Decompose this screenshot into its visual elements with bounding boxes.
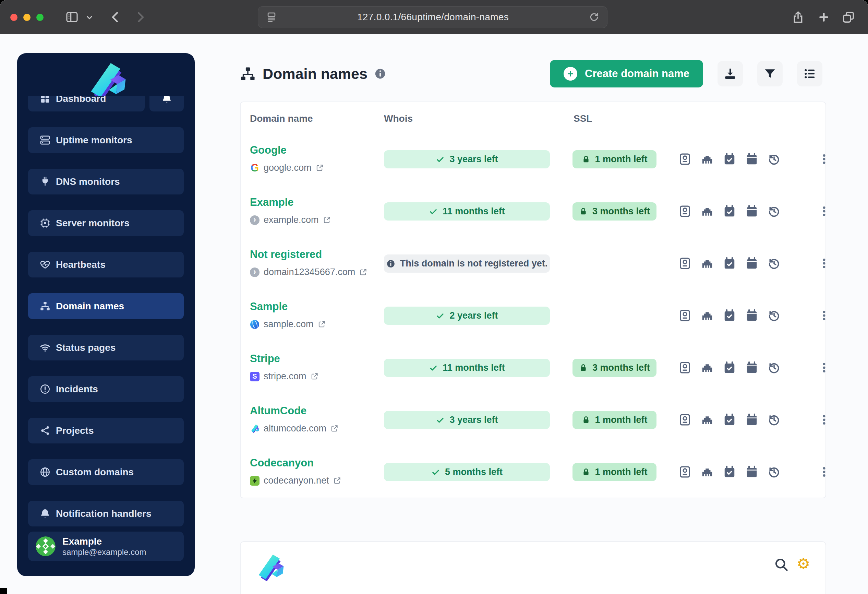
calendar-check-icon[interactable] <box>723 412 737 428</box>
calendar-icon[interactable] <box>745 412 759 428</box>
whois-passport-icon[interactable] <box>678 359 692 376</box>
ethernet-icon[interactable] <box>700 412 714 428</box>
external-link-icon[interactable] <box>331 425 338 433</box>
domain-link[interactable]: Google <box>250 144 286 157</box>
address-bar[interactable]: 127.0.0.1/66uptime/domain-names <box>258 6 607 28</box>
domain-link[interactable]: Example <box>250 196 294 208</box>
reader-icon[interactable] <box>266 11 278 23</box>
domain-link[interactable]: Codecanyon <box>250 457 314 469</box>
sidebar-toggle-icon[interactable] <box>65 10 79 24</box>
external-link-icon[interactable] <box>323 216 331 224</box>
back-button[interactable] <box>109 10 122 24</box>
external-link-icon[interactable] <box>318 320 326 328</box>
share-icon[interactable] <box>791 10 805 24</box>
list-view-button[interactable] <box>797 61 822 86</box>
external-link-icon[interactable] <box>333 477 341 485</box>
domain-link[interactable]: Stripe <box>250 353 280 365</box>
forward-button[interactable] <box>134 10 147 24</box>
whois-badge-text: 11 months left <box>443 206 505 217</box>
calendar-check-icon[interactable] <box>723 464 737 480</box>
kebab-menu-icon[interactable] <box>817 305 831 326</box>
row-actions <box>678 203 781 220</box>
whois-passport-icon[interactable] <box>678 255 692 272</box>
create-domain-name-button[interactable]: Create domain name <box>550 60 703 87</box>
sidebar-item-incidents[interactable]: Incidents <box>28 376 184 402</box>
sidebar-item-dns-monitors[interactable]: DNS monitors <box>28 169 184 195</box>
history-icon[interactable] <box>767 151 781 167</box>
sidebar-item-uptime-monitors[interactable]: Uptime monitors <box>28 127 184 153</box>
whois-passport-icon[interactable] <box>678 464 692 480</box>
kebab-menu-icon[interactable] <box>817 462 831 482</box>
export-download-button[interactable] <box>717 61 743 86</box>
sidebar-item-domain-names[interactable]: Domain names <box>28 293 184 319</box>
app-page: Dashboard Uptime monitors DNS monitors S… <box>0 34 868 594</box>
ethernet-icon[interactable] <box>700 255 714 272</box>
history-icon[interactable] <box>767 255 781 272</box>
kebab-menu-icon[interactable] <box>817 201 831 222</box>
domain-link[interactable]: Not registered <box>250 248 322 261</box>
calendar-icon[interactable] <box>745 151 759 167</box>
sidebar-item-heartbeats[interactable]: Heartbeats <box>28 252 184 278</box>
whois-passport-icon[interactable] <box>678 412 692 428</box>
ethernet-icon[interactable] <box>700 464 714 480</box>
calendar-check-icon[interactable] <box>723 255 737 272</box>
gear-icon[interactable]: ⚙ <box>797 554 810 573</box>
external-link-icon[interactable] <box>316 164 323 172</box>
sidebar-profile[interactable]: Example sample@example.com <box>28 532 184 561</box>
search-icon[interactable] <box>774 557 789 572</box>
ethernet-icon[interactable] <box>700 203 714 220</box>
row-actions <box>678 255 781 272</box>
footer-bar: ⚙ <box>240 541 826 594</box>
history-icon[interactable] <box>767 359 781 376</box>
sidebar-item-projects[interactable]: Projects <box>28 418 184 443</box>
history-icon[interactable] <box>767 464 781 480</box>
kebab-menu-icon[interactable] <box>817 409 831 430</box>
domains-table: Domain name Whois SSL Google G google.co… <box>240 102 826 498</box>
domain-link[interactable]: Sample <box>250 300 288 313</box>
tabs-overview-icon[interactable] <box>841 10 855 24</box>
chevron-down-icon[interactable] <box>85 13 94 22</box>
ethernet-icon[interactable] <box>700 359 714 376</box>
minimize-window-button[interactable] <box>23 14 31 21</box>
zoom-window-button[interactable] <box>36 14 44 21</box>
notifications-bell-button[interactable] <box>149 96 184 111</box>
calendar-icon[interactable] <box>745 307 759 324</box>
external-link-icon[interactable] <box>311 372 319 380</box>
calendar-check-icon[interactable] <box>723 307 737 324</box>
reload-icon[interactable] <box>589 12 599 23</box>
kebab-menu-icon[interactable] <box>817 149 831 169</box>
whois-passport-icon[interactable] <box>678 203 692 220</box>
external-link-icon[interactable] <box>359 268 367 276</box>
history-icon[interactable] <box>767 412 781 428</box>
info-icon[interactable] <box>374 68 386 80</box>
sidebar-item-server-monitors[interactable]: Server monitors <box>28 210 184 236</box>
domain-link[interactable]: AltumCode <box>250 405 307 417</box>
history-icon[interactable] <box>767 203 781 220</box>
kebab-menu-icon[interactable] <box>817 253 831 274</box>
ethernet-icon[interactable] <box>700 151 714 167</box>
sidebar-item-notification-handlers[interactable]: Notification handlers <box>28 501 184 526</box>
calendar-icon[interactable] <box>745 255 759 272</box>
bell-icon <box>40 508 50 519</box>
filter-button[interactable] <box>757 61 782 86</box>
grid-icon <box>40 96 50 104</box>
close-window-button[interactable] <box>10 14 18 21</box>
lock-icon <box>582 416 590 424</box>
ethernet-icon[interactable] <box>700 307 714 324</box>
sidebar-item-custom-domains[interactable]: Custom domains <box>28 459 184 485</box>
calendar-icon[interactable] <box>745 203 759 220</box>
new-tab-icon[interactable] <box>817 10 830 24</box>
calendar-icon[interactable] <box>745 464 759 480</box>
whois-passport-icon[interactable] <box>678 151 692 167</box>
url-text[interactable]: 127.0.0.1/66uptime/domain-names <box>278 12 589 23</box>
calendar-check-icon[interactable] <box>723 151 737 167</box>
calendar-check-icon[interactable] <box>723 203 737 220</box>
history-icon[interactable] <box>767 307 781 324</box>
sidebar-item-status-pages[interactable]: Status pages <box>28 335 184 361</box>
check-icon <box>436 416 444 425</box>
calendar-icon[interactable] <box>745 359 759 376</box>
kebab-menu-icon[interactable] <box>817 358 831 378</box>
sidebar-item-dashboard[interactable]: Dashboard <box>28 96 145 111</box>
calendar-check-icon[interactable] <box>723 359 737 376</box>
whois-passport-icon[interactable] <box>678 307 692 324</box>
